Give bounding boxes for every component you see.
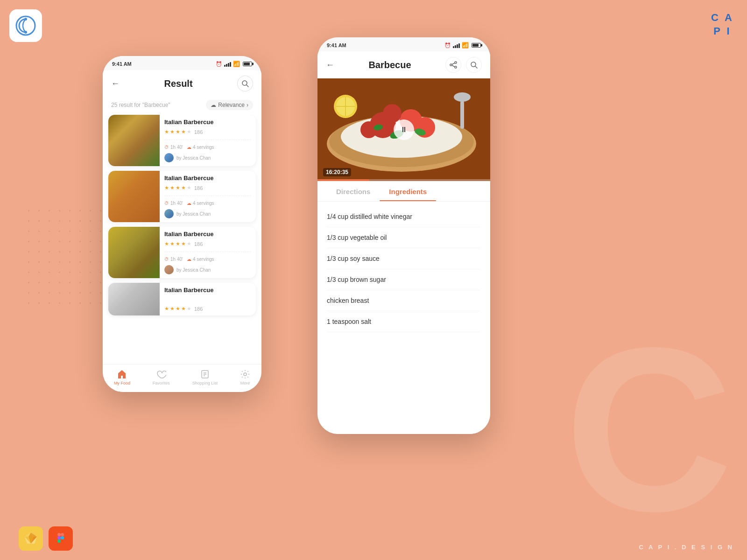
svg-point-1 xyxy=(24,18,27,21)
recipe-servings-1: 4 servings xyxy=(193,145,214,150)
recipe-card-2[interactable]: Italian Barbercue ★ ★ ★ ★ ★ 186 ⏱ 1h 40' xyxy=(108,171,256,222)
recipe-stars-2: ★ ★ ★ ★ ★ 186 xyxy=(164,185,251,191)
share-button[interactable] xyxy=(445,57,461,73)
nav-item-shoppinglist[interactable]: Shopping List xyxy=(192,369,218,385)
detail-header: ← Barbecue xyxy=(317,51,490,78)
recipe-card-info-2: Italian Barbercue ★ ★ ★ ★ ★ 186 ⏱ 1h 40' xyxy=(160,171,256,222)
author-name-3: by Jessica Chan xyxy=(176,267,211,273)
recipe-servings-2: 4 servings xyxy=(193,201,214,206)
nav-item-myfood[interactable]: My Food xyxy=(114,369,130,385)
capi-design-label: C A P I . D E S I G N xyxy=(639,544,734,551)
status-bar-left: 9:41 AM ⏰ 📶 xyxy=(103,56,261,70)
nav-label-myfood: My Food xyxy=(114,381,130,385)
figma-icon xyxy=(49,526,73,551)
recipe-stars-3: ★ ★ ★ ★ ★ 186 xyxy=(164,241,251,247)
alarm-icon-right: ⏰ xyxy=(444,42,451,49)
recipe-card-4[interactable]: Italian Barbercue ★ ★ ★ ★ ★ 186 xyxy=(108,283,256,315)
recipe-stars-1: ★ ★ ★ ★ ★ 186 xyxy=(164,129,251,135)
signal-bars-left xyxy=(224,61,231,67)
recipe-name-3: Italian Barbercue xyxy=(164,231,251,238)
recipe-image-3 xyxy=(108,227,160,278)
servings-icon: ☁ xyxy=(187,145,191,150)
logo xyxy=(9,9,42,42)
svg-rect-13 xyxy=(57,539,61,543)
pause-button[interactable]: ⏸ xyxy=(394,119,414,140)
result-count: 25 result for "Barbecue" xyxy=(111,102,170,108)
recipe-meta-1: ⏱ 1h 40' ☁ 4 servings xyxy=(164,145,251,150)
recipe-card-info-4: Italian Barbercue ★ ★ ★ ★ ★ 186 xyxy=(160,283,256,315)
relevance-label: Relevance xyxy=(218,102,245,108)
recipe-time-2: 1h 40' xyxy=(170,201,183,206)
recipe-time-3: 1h 40' xyxy=(170,257,183,262)
svg-point-20 xyxy=(244,373,247,376)
bottom-nav-left: My Food Favorites Shopping List More xyxy=(103,364,261,392)
back-button-left[interactable]: ← xyxy=(111,79,120,89)
ingredient-text-3: 1/3 cup soy sauce xyxy=(327,255,380,262)
ingredient-text-6: 1 teaspoon salt xyxy=(327,318,371,325)
clock-icon: ⏱ xyxy=(164,145,169,150)
recipe-author-2: by Jessica Chan xyxy=(164,209,251,218)
nav-label-favorites: Favorites xyxy=(153,381,170,385)
status-icons-right: ⏰ 📶 xyxy=(444,42,481,49)
status-bar-right: 9:41 AM ⏰ 📶 xyxy=(317,37,490,51)
ingredient-text-1: 1/4 cup distilled white vinegar xyxy=(327,213,412,220)
sketch-icon xyxy=(19,526,43,551)
svg-point-22 xyxy=(450,64,452,66)
recipe-card-3[interactable]: Italian Barbercue ★ ★ ★ ★ ★ 186 ⏱ 1h 40' xyxy=(108,227,256,278)
recipe-video: ⏸ 16:20:35 xyxy=(317,78,490,181)
recipe-name-2: Italian Barbercue xyxy=(164,175,251,182)
recipe-author-3: by Jessica Chan xyxy=(164,265,251,274)
clock-icon-2: ⏱ xyxy=(164,201,169,206)
svg-point-12 xyxy=(61,536,64,539)
tab-directions[interactable]: Directions xyxy=(327,181,380,201)
capi-logo: C AP I xyxy=(711,11,734,38)
ingredient-text-2: 1/3 cup vegetable oil xyxy=(327,234,387,241)
ingredient-text-5: chicken breast xyxy=(327,297,369,304)
detail-title: Barbecue xyxy=(368,60,411,70)
signal-bars-right xyxy=(453,42,460,48)
recipe-card-1[interactable]: Italian Barbercue ★ ★ ★ ★ ★ 186 ⏱ 1h 40' xyxy=(108,115,256,166)
ingredient-item-2: 1/3 cup vegetable oil xyxy=(327,227,481,248)
ingredient-item-6: 1 teaspoon salt xyxy=(327,311,481,332)
author-avatar-3 xyxy=(164,265,174,274)
search-button-left[interactable] xyxy=(237,76,253,91)
author-name-2: by Jessica Chan xyxy=(176,211,211,217)
search-button-right[interactable] xyxy=(466,57,482,73)
clock-icon-3: ⏱ xyxy=(164,257,169,262)
svg-line-27 xyxy=(475,66,477,68)
svg-point-36 xyxy=(360,121,377,138)
recipe-meta-2: ⏱ 1h 40' ☁ 4 servings xyxy=(164,201,251,206)
nav-item-more[interactable]: More xyxy=(240,369,250,385)
tool-icons xyxy=(19,526,73,551)
phone-left: 9:41 AM ⏰ 📶 ← Result xyxy=(103,56,261,392)
svg-rect-11 xyxy=(57,536,61,539)
back-button-right[interactable]: ← xyxy=(326,60,334,70)
wifi-icon-right: 📶 xyxy=(462,42,469,49)
time-right: 9:41 AM xyxy=(327,42,346,48)
result-filter: 25 result for "Barbecue" ☁ Relevance › xyxy=(103,97,261,115)
author-name-1: by Jessica Chan xyxy=(176,155,211,161)
result-header: ← Result xyxy=(103,70,261,97)
nav-item-favorites[interactable]: Favorites xyxy=(153,369,170,385)
svg-rect-10 xyxy=(61,533,64,536)
svg-point-40 xyxy=(454,92,471,102)
svg-point-2 xyxy=(24,31,27,34)
status-icons-left: ⏰ 📶 xyxy=(216,61,252,67)
divider-1 xyxy=(164,140,251,140)
ingredient-item-4: 1/3 cup brown sugar xyxy=(327,269,481,290)
recipe-list: Italian Barbercue ★ ★ ★ ★ ★ 186 ⏱ 1h 40' xyxy=(103,115,261,364)
recipe-meta-3: ⏱ 1h 40' ☁ 4 servings xyxy=(164,257,251,262)
recipe-servings-3: 4 servings xyxy=(193,257,214,262)
recipe-name-4: Italian Barbercue xyxy=(164,287,251,294)
chevron-right-icon: › xyxy=(247,102,248,108)
servings-icon-3: ☁ xyxy=(187,257,191,262)
svg-rect-41 xyxy=(460,101,464,129)
svg-rect-9 xyxy=(57,533,61,536)
nav-label-more: More xyxy=(240,381,250,385)
relevance-button[interactable]: ☁ Relevance › xyxy=(206,100,253,110)
svg-point-21 xyxy=(455,62,457,63)
rating-count-3: 186 xyxy=(194,241,203,247)
recipe-tabs: Directions Ingredients xyxy=(317,181,490,202)
tab-ingredients[interactable]: Ingredients xyxy=(380,181,436,201)
svg-line-15 xyxy=(247,85,248,87)
